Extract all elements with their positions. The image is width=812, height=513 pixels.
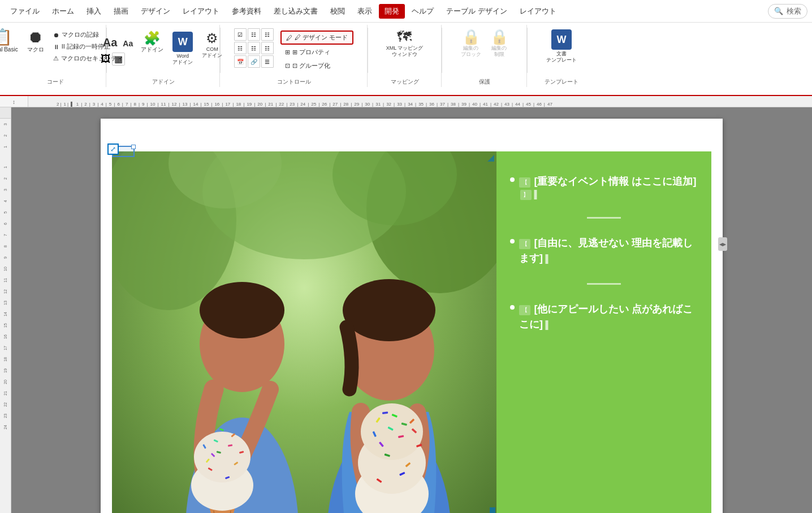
cursor-3: ▌	[545, 320, 551, 329]
visual-basic-button[interactable]: 📋 Visual Basic	[0, 27, 21, 55]
menu-file[interactable]: ファイル	[5, 4, 45, 19]
menu-references[interactable]: 参考資料	[226, 4, 267, 19]
edit-limit-label: 編集の制限	[491, 45, 507, 58]
macro-security-icon: ⚠	[53, 55, 59, 62]
xml-mapping-icon: 🗺	[397, 29, 412, 44]
ribbon-group-template: W 文書テンプレート テンプレート	[528, 25, 595, 87]
ctrl-spin[interactable]: ☷	[248, 42, 260, 54]
visual-basic-label: Visual Basic	[0, 46, 18, 53]
group-icon: ⊡	[285, 62, 290, 69]
sidebar-item-1-text: [重要なイベント情報 はここに追加]	[534, 176, 696, 187]
table-move-handle[interactable]: ⤢	[107, 144, 119, 155]
ruler-v-15: 15	[0, 320, 11, 331]
group-label: ⊡ グループ化	[292, 62, 330, 70]
group-button[interactable]: ⊡ ⊡ グループ化	[280, 60, 353, 72]
controls-group-label: コントロール	[221, 78, 367, 86]
image-resize-handle[interactable]	[490, 507, 495, 513]
ruler-v-14: 14	[0, 308, 11, 320]
doc-template-icon: W	[551, 29, 572, 50]
ruler-corner-icon: ↕	[12, 99, 15, 105]
word-addin-button[interactable]: W Wordアドイン	[169, 29, 196, 68]
search-box[interactable]: 🔍 検索	[768, 4, 807, 19]
ctrl-combo[interactable]: ☷	[261, 28, 274, 41]
document-page: ⤢	[101, 119, 723, 513]
ruler-v-6: 6	[0, 218, 11, 229]
edit-limit-button[interactable]: 🔒 編集の制限	[487, 27, 512, 60]
ruler-corner[interactable]: ↕	[0, 96, 28, 107]
ruler-v-18: 18	[0, 354, 11, 365]
ruler-v-12: 12	[0, 286, 11, 297]
image-icon[interactable]: 🖼	[101, 53, 111, 65]
document-area: ⤢	[11, 107, 812, 513]
ribbon: 📋 Visual Basic ⏺ マクロ ⏺ マクロの記録 ⏸ II	[0, 23, 812, 96]
menu-help[interactable]: ヘルプ	[406, 4, 439, 19]
menu-developer[interactable]: 開発	[379, 4, 405, 19]
bracket-icon-1: 【	[519, 177, 530, 188]
content-area: 【 [重要なイベント情報 はここに追加] 】 ▌ 【 [自由に、見逃	[112, 151, 711, 513]
menu-mailings[interactable]: 差し込み文書	[268, 4, 323, 19]
menu-layout2[interactable]: レイアウト	[514, 4, 562, 19]
property-button[interactable]: ⊞ ⊞ プロパティ	[280, 46, 353, 58]
edit-block-button[interactable]: 🔒 編集のブロック	[457, 27, 485, 60]
aa-large-button[interactable]: Aa	[101, 35, 120, 50]
control-grid: ☑ ☷ ☷ ☷ ☷ ☷ 📅 🔗 ☰	[234, 28, 274, 68]
ctrl-checkbox[interactable]: ☑	[234, 28, 247, 41]
menu-bar: ファイル ホーム 挿入 描画 デザイン レイアウト 参考資料 差し込み文書 校閲…	[0, 0, 812, 23]
record-macro-label: マクロの記録	[62, 31, 99, 39]
sidebar-divider-2	[587, 283, 621, 285]
menu-design[interactable]: デザイン	[135, 4, 176, 19]
xml-mapping-label: XML マッピングウィンドウ	[386, 45, 424, 58]
ruler-v-1b: 1	[0, 162, 11, 173]
addin-button[interactable]: 🧩 アドイン	[137, 29, 167, 55]
bracket-icon-3: 【	[519, 305, 530, 315]
ice-cream-image[interactable]	[112, 151, 496, 513]
ctrl-text[interactable]: ☷	[234, 42, 247, 54]
property-label: ⊞ プロパティ	[292, 48, 330, 56]
ruler-v-3b: 3	[0, 184, 11, 195]
ctrl-listbox[interactable]: ☷	[248, 28, 260, 41]
menu-home[interactable]: ホーム	[46, 4, 80, 19]
ctrl-link[interactable]: 🔗	[248, 55, 260, 68]
page-top-margin	[101, 119, 723, 141]
ctrl-date[interactable]: 📅	[234, 55, 247, 68]
ctrl-option[interactable]: ☷	[261, 42, 274, 54]
green-sidebar[interactable]: 【 [重要なイベント情報 はここに追加] 】 ▌ 【 [自由に、見逃	[496, 151, 711, 513]
ruler-v-3: 3	[0, 119, 11, 130]
xml-mapping-button[interactable]: 🗺 XML マッピングウィンドウ	[383, 27, 427, 60]
page-resize-handle[interactable]: ◀▶	[718, 237, 727, 251]
ctrl-more[interactable]: ☰	[261, 55, 274, 68]
vertical-ruler: 3 2 1 1 2 3 4 5 6 7 8 9 10 11 12 13 14 1…	[0, 107, 11, 513]
edit-block-icon: 🔒	[462, 29, 480, 44]
bullet-3	[510, 305, 515, 310]
legacy-icon[interactable]: ▦	[112, 53, 125, 66]
sidebar-item-3: 【 [他にアピールしたい 点があればここに] ▌	[510, 302, 698, 332]
bullet-2	[510, 239, 515, 244]
menu-insert[interactable]: 挿入	[81, 4, 107, 19]
menu-draw[interactable]: 描画	[108, 4, 134, 19]
menu-table-design[interactable]: テーブル デザイン	[440, 4, 513, 19]
visual-basic-icon: 📋	[0, 29, 12, 45]
design-mode-button[interactable]: 🖊 🖊 デザイン モード	[280, 31, 353, 45]
macro-icon: ⏺	[28, 29, 44, 45]
ruler-v-9: 9	[0, 252, 11, 263]
menu-layout[interactable]: レイアウト	[177, 4, 225, 19]
bullet-1	[510, 177, 515, 182]
ruler-v-21: 21	[0, 388, 11, 399]
aa-small-button[interactable]: Aa	[120, 38, 135, 49]
search-label: 検索	[787, 6, 801, 16]
macro-button[interactable]: ⏺ マクロ	[24, 27, 47, 55]
ruler-v-17: 17	[0, 342, 11, 354]
doc-template-button[interactable]: W 文書テンプレート	[543, 27, 580, 66]
search-icon: 🔍	[774, 7, 783, 15]
design-mode-label: 🖊 デザイン モード	[295, 33, 348, 42]
menu-view[interactable]: 表示	[352, 4, 378, 19]
ruler-v-2b: 2	[0, 173, 11, 184]
ruler-v-24: 24	[0, 421, 11, 433]
ruler-v-23: 23	[0, 410, 11, 421]
image-expand-handle[interactable]	[487, 154, 494, 160]
sidebar-item-2: 【 [自由に、見逃せない 理由を記載します] ▌	[510, 236, 698, 266]
ruler-v-4: 4	[0, 195, 11, 207]
com-addin-icon: ⚙	[206, 32, 218, 45]
addin-label: アドイン	[141, 46, 163, 53]
menu-review[interactable]: 校閲	[325, 4, 351, 19]
